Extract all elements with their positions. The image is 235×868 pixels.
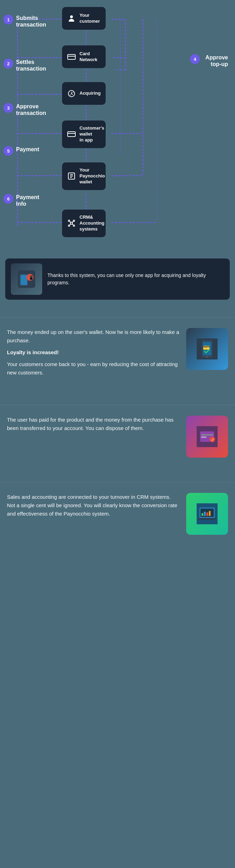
step-6-label: 6 Payment Info (3, 194, 39, 207)
info-loyalty-text: The money ended up on the user's wallet.… (7, 328, 179, 380)
svg-rect-60 (209, 511, 211, 516)
loyalty-para-3: Your customers come back to you - earn b… (7, 360, 179, 377)
wallet-icon (66, 129, 77, 139)
node-card-network: CardNetwork (62, 45, 106, 68)
step-2-text: Settles transaction (16, 59, 46, 72)
step-1-label: 1 Submits transaction (3, 15, 46, 28)
thanks-text: Thanks to this system, you can use only … (47, 272, 224, 286)
svg-rect-39 (21, 275, 27, 285)
info-loyalty-section: The money ended up on the user's wallet.… (0, 317, 235, 391)
step-1-number: 1 (3, 15, 13, 24)
thanks-image: 📱 (11, 263, 42, 295)
svg-text:📱: 📱 (29, 275, 34, 280)
node-your-customer: Yourcustomer (62, 7, 106, 30)
crm-icon (66, 218, 77, 228)
svg-point-30 (73, 220, 75, 221)
step-1-text: Submits transaction (16, 15, 46, 28)
svg-point-31 (68, 225, 70, 226)
svg-rect-50 (201, 437, 206, 438)
svg-rect-56 (198, 518, 216, 520)
step-3-text: Approve transaction (16, 103, 46, 116)
svg-point-22 (70, 15, 73, 18)
info-crm-text: Sales and accounting are connected to yo… (7, 493, 179, 521)
step-4-label: 4 Approvetop-up (190, 54, 228, 67)
node-crm: CRM&Accountingsystems (62, 210, 106, 237)
paynocchio-icon (66, 171, 77, 181)
flow-diagram: 1 Submits transaction 2 Settles transact… (0, 0, 235, 255)
acquiring-icon (66, 88, 77, 99)
node-crm-label: CRM&Accountingsystems (79, 214, 105, 232)
thanks-box: 📱 Thanks to this system, you can use onl… (5, 258, 230, 300)
svg-point-32 (73, 225, 75, 226)
svg-line-33 (70, 221, 71, 223)
node-customer-label: Yourcustomer (79, 13, 100, 24)
step-6-number: 6 (3, 194, 13, 204)
node-acquiring-label: Acquiring (79, 90, 101, 96)
svg-rect-59 (206, 512, 208, 516)
step-2-label: 2 Settles transaction (3, 59, 46, 72)
svg-point-29 (68, 220, 70, 221)
payment-img-icon: ✓ (186, 416, 228, 458)
svg-line-35 (70, 224, 71, 225)
svg-line-36 (72, 224, 73, 225)
node-paynocchio-wallet-label: YourPaynocchiowallet (79, 167, 105, 185)
phone-pay-icon: 💳 (186, 328, 228, 370)
node-paynocchio-wallet: YourPaynocchiowallet (62, 162, 106, 190)
step-3-number: 3 (3, 103, 13, 113)
loyalty-para-2: Loyalty is increased! (7, 348, 179, 357)
node-customer-wallet: Customer'swalletin app (62, 121, 106, 148)
step-4-text: Approvetop-up (205, 54, 228, 67)
info-payment-section: The user has paid for the product and th… (0, 405, 235, 468)
crm-para-1: Sales and accounting are connected to yo… (7, 493, 179, 518)
step-5-label: 5 Payment (3, 146, 39, 156)
info-payment-text: The user has paid for the product and th… (7, 416, 179, 436)
node-acquiring: Acquiring (62, 82, 106, 105)
svg-rect-58 (204, 512, 206, 516)
step-2-number: 2 (3, 59, 13, 68)
node-customer-wallet-label: Customer'swalletin app (79, 125, 104, 143)
svg-line-34 (72, 221, 73, 223)
info-crm-section: Sales and accounting are connected to yo… (0, 482, 235, 545)
crm-image (186, 493, 228, 535)
svg-rect-23 (68, 54, 75, 59)
laptop-icon (186, 493, 228, 535)
card-icon (66, 52, 77, 62)
svg-rect-25 (68, 132, 75, 137)
loyalty-para-1: The money ended up on the user's wallet.… (7, 328, 179, 345)
payment-para-1: The user has paid for the product and th… (7, 416, 179, 432)
loyalty-image: 💳 (186, 328, 228, 370)
svg-point-45 (206, 356, 208, 358)
svg-text:✓: ✓ (211, 437, 214, 442)
node-card-network-label: CardNetwork (79, 51, 97, 63)
svg-rect-49 (201, 434, 213, 436)
step-6-text: Payment Info (16, 194, 39, 207)
step-4-number: 4 (190, 54, 200, 64)
step-5-number: 5 (3, 146, 13, 156)
step-5-text: Payment (16, 146, 39, 153)
svg-rect-57 (202, 513, 203, 516)
step-3-label: 3 Approve transaction (3, 103, 46, 116)
person-icon (66, 13, 77, 24)
payment-image: ✓ (186, 416, 228, 458)
